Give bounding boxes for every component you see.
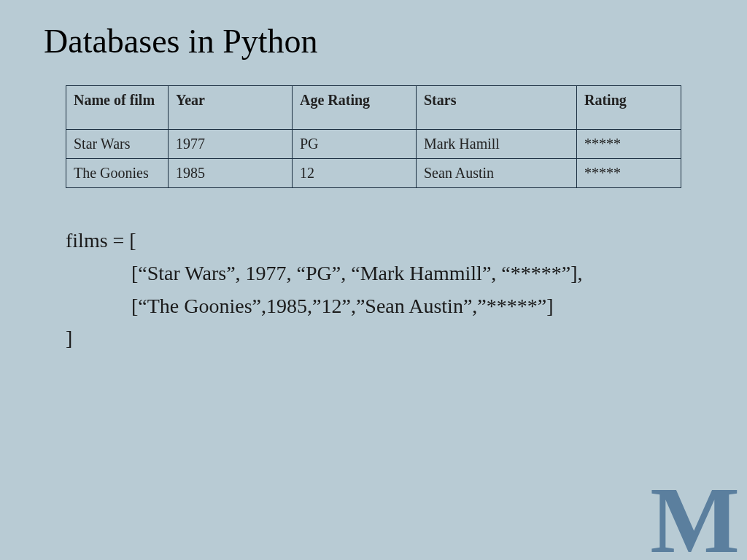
films-table: Name of film Year Age Rating Stars Ratin… [66,85,681,188]
cell-age-rating: PG [293,130,417,159]
header-name-of-film: Name of film [66,86,169,130]
code-block: films = [ [“Star Wars”, 1977, “PG”, “Mar… [66,225,681,355]
cell-name: Star Wars [66,130,169,159]
cell-name: The Goonies [66,159,169,188]
table-row: The Goonies 1985 12 Sean Austin ***** [66,159,681,188]
header-year: Year [169,86,293,130]
cell-year: 1985 [169,159,293,188]
cell-age-rating: 12 [293,159,417,188]
page-title: Databases in Python [44,22,703,61]
header-rating: Rating [577,86,681,130]
code-line-3: [“The Goonies”,1985,”12”,”Sean Austin”,”… [66,290,681,323]
header-age-rating: Age Rating [293,86,417,130]
table-row: Star Wars 1977 PG Mark Hamill ***** [66,130,681,159]
films-table-container: Name of film Year Age Rating Stars Ratin… [66,85,681,188]
logo-letter-icon: M [650,472,740,560]
cell-stars: Sean Austin [417,159,577,188]
code-line-2: [“Star Wars”, 1977, “PG”, “Mark Hammill”… [66,257,681,290]
cell-stars: Mark Hamill [417,130,577,159]
code-line-4: ] [66,322,681,355]
code-line-1: films = [ [66,225,681,257]
cell-year: 1977 [169,130,293,159]
slide: Databases in Python Name of film Year Ag… [0,0,747,560]
table-header-row: Name of film Year Age Rating Stars Ratin… [66,86,681,130]
cell-rating: ***** [577,159,681,188]
cell-rating: ***** [577,130,681,159]
header-stars: Stars [417,86,577,130]
